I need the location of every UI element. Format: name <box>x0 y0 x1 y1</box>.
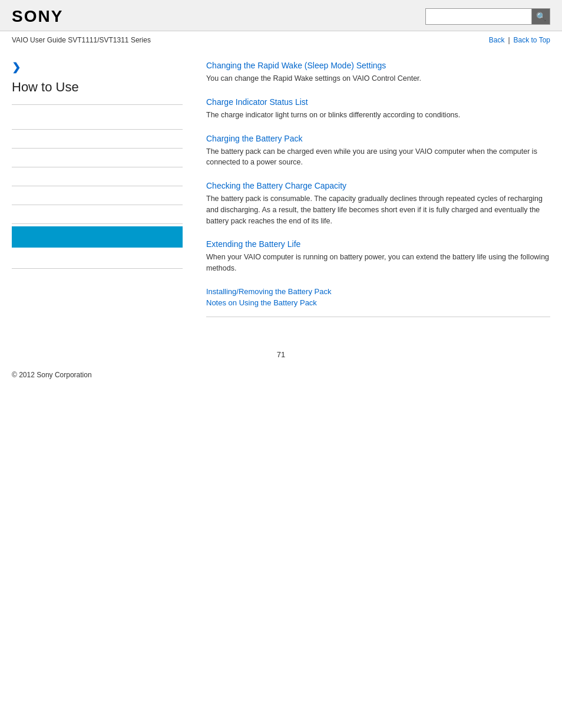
section-charge-indicator: Charge Indicator Status List The charge … <box>206 97 550 121</box>
back-to-top-link[interactable]: Back to Top <box>514 36 550 44</box>
sidebar-divider-1 <box>12 104 183 105</box>
copyright-text: © 2012 Sony Corporation <box>12 371 92 379</box>
link-notes-using[interactable]: Notes on Using the Battery Pack <box>206 298 550 307</box>
guide-title: VAIO User Guide SVT1111/SVT1311 Series <box>12 36 151 44</box>
link-installing-removing[interactable]: Installing/Removing the Battery Pack <box>206 287 550 296</box>
text-charging-battery: The battery pack can be charged even whi… <box>206 146 550 169</box>
main-container: ❯ How to Use Changing the Rapid Wake (Sl… <box>0 49 562 338</box>
sidebar-item-6[interactable] <box>12 205 183 224</box>
sidebar-item-highlighted[interactable] <box>12 226 183 248</box>
sidebar-item-2[interactable] <box>12 130 183 149</box>
link-charging-battery[interactable]: Charging the Battery Pack <box>206 134 550 143</box>
text-rapid-wake: You can change the Rapid Wake settings o… <box>206 73 550 84</box>
section-extending-life: Extending the Battery Life When your VAI… <box>206 239 550 274</box>
text-checking-capacity: The battery pack is consumable. The capa… <box>206 193 550 226</box>
sidebar-title: How to Use <box>12 80 183 95</box>
link-rapid-wake[interactable]: Changing the Rapid Wake (Sleep Mode) Set… <box>206 61 550 70</box>
sidebar: ❯ How to Use <box>12 61 194 327</box>
content-bottom-divider <box>206 317 550 317</box>
link-checking-capacity[interactable]: Checking the Battery Charge Capacity <box>206 181 550 190</box>
section-charging-battery: Charging the Battery Pack The battery pa… <box>206 134 550 169</box>
content-area: Changing the Rapid Wake (Sleep Mode) Set… <box>194 61 550 327</box>
subheader-nav: Back | Back to Top <box>489 36 550 44</box>
sidebar-item-4[interactable] <box>12 167 183 186</box>
sony-logo: SONY <box>12 7 63 26</box>
text-charge-indicator: The charge indicator light turns on or b… <box>206 110 550 121</box>
back-link[interactable]: Back <box>489 36 505 44</box>
search-icon: 🔍 <box>536 12 546 21</box>
sidebar-item-8[interactable] <box>12 250 183 269</box>
search-area: 🔍 <box>425 8 550 25</box>
plain-links-section: Installing/Removing the Battery Pack Not… <box>206 287 550 307</box>
sidebar-chevron-icon[interactable]: ❯ <box>12 61 183 74</box>
link-charge-indicator[interactable]: Charge Indicator Status List <box>206 97 550 107</box>
sidebar-item-1[interactable] <box>12 111 183 130</box>
sidebar-item-5[interactable] <box>12 186 183 205</box>
footer: © 2012 Sony Corporation <box>0 365 562 391</box>
text-extending-life: When your VAIO computer is running on ba… <box>206 252 550 274</box>
nav-separator: | <box>508 36 510 44</box>
subheader: VAIO User Guide SVT1111/SVT1311 Series B… <box>0 31 562 49</box>
sidebar-item-3[interactable] <box>12 149 183 167</box>
header: SONY 🔍 <box>0 0 562 31</box>
section-checking-capacity: Checking the Battery Charge Capacity The… <box>206 181 550 226</box>
search-button[interactable]: 🔍 <box>531 8 550 25</box>
search-input[interactable] <box>425 8 531 25</box>
link-extending-life[interactable]: Extending the Battery Life <box>206 239 550 249</box>
page-number: 71 <box>0 338 562 365</box>
section-rapid-wake: Changing the Rapid Wake (Sleep Mode) Set… <box>206 61 550 84</box>
